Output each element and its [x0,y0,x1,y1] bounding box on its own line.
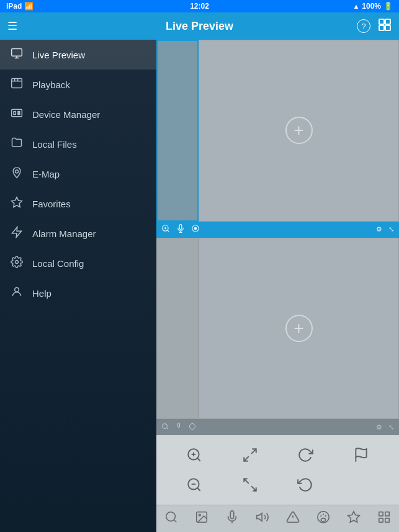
svg-point-52 [325,515,326,516]
sidebar-label-e-map: E-Map [32,169,60,179]
svg-point-26 [163,423,168,428]
bottom-image-icon[interactable] [195,510,208,527]
sidebar: Live Preview Playback [0,40,156,532]
bottom-speaker-icon[interactable] [256,510,269,527]
status-bar: iPad 📶 12:02 ▲ 100% 🔋 [0,0,399,12]
svg-line-37 [197,488,200,491]
svg-point-25 [194,227,197,230]
device-manager-icon [10,107,24,122]
settings-ctrl-bottom-right[interactable]: ⚙ [376,423,382,431]
live-preview-icon [10,47,24,63]
sidebar-label-local-config: Local Config [32,258,84,269]
record-ctrl-bottom[interactable] [189,423,196,432]
bottom-star-icon[interactable] [347,510,361,527]
crop-button[interactable] [238,473,262,497]
rotate-cw-button[interactable] [294,443,317,467]
content-area: + [156,40,399,532]
svg-rect-9 [12,109,22,117]
mic-ctrl-icon[interactable] [176,224,185,235]
camera-layout-button[interactable] [378,18,392,35]
svg-point-41 [166,512,176,521]
sidebar-label-local-files: Local Files [32,139,77,150]
sidebar-item-e-map[interactable]: E-Map [0,159,156,189]
svg-rect-4 [12,48,22,56]
help-button[interactable]: ? [357,19,370,33]
mic-ctrl-bottom[interactable] [175,423,182,432]
rotate-ccw-button[interactable] [294,473,317,497]
sidebar-label-live-preview: Live Preview [32,50,85,60]
settings-ctrl-right[interactable]: ⚙ [376,225,382,233]
alarm-manager-icon [10,226,24,241]
sidebar-item-help[interactable]: Help [0,278,156,308]
add-camera-bottom[interactable]: + [285,315,313,342]
svg-line-30 [197,458,200,461]
camera-controls-top: ⚙ ⤡ [156,222,399,238]
nav-title: Live Preview [166,20,233,33]
bottom-warning-icon[interactable] [286,510,300,527]
battery-icon: 🔋 [383,2,393,11]
sidebar-item-live-preview[interactable]: Live Preview [0,40,156,70]
svg-line-19 [168,230,169,232]
svg-rect-55 [385,512,388,516]
svg-line-34 [244,456,249,461]
expand-ctrl-right[interactable]: ⤡ [388,225,394,233]
svg-marker-14 [12,197,22,207]
svg-marker-46 [257,513,262,521]
sidebar-item-favorites[interactable]: Favorites [0,189,156,219]
zoom-in-button[interactable] [182,443,206,467]
bottom-search-icon[interactable] [164,510,178,527]
svg-rect-12 [18,113,20,114]
toolbar-row-1 [166,440,389,470]
camera-grid: + [156,40,399,435]
svg-point-51 [323,513,324,515]
svg-marker-15 [12,227,22,237]
battery-label: 100% [362,2,381,11]
fit-screen-button[interactable] [238,443,262,467]
bottom-palette-icon[interactable] [316,510,330,527]
wifi-icon: 📶 [24,2,34,11]
e-map-icon [10,166,24,182]
location-icon: ▲ [352,2,359,10]
local-config-icon [10,256,24,271]
zoom-ctrl-bottom[interactable] [161,423,169,432]
bottom-mic-icon[interactable] [225,510,239,527]
zoom-out-button[interactable] [182,473,206,497]
svg-line-40 [251,486,256,491]
svg-line-33 [251,449,256,454]
svg-point-49 [318,512,329,523]
bottom-grid-icon[interactable] [377,510,391,527]
svg-rect-2 [379,25,384,30]
sidebar-label-playback: Playback [32,79,70,90]
menu-button[interactable]: ☰ [7,19,17,33]
bottom-toolbar [156,435,399,505]
flag-button[interactable] [349,443,373,467]
sidebar-item-local-config[interactable]: Local Config [0,248,156,278]
record-ctrl-icon[interactable] [191,224,200,235]
camera-cell-top-right[interactable]: + [199,40,399,222]
camera-cell-top-left[interactable] [156,40,199,222]
sidebar-item-playback[interactable]: Playback [0,70,156,99]
sidebar-item-alarm-manager[interactable]: Alarm Manager [0,219,156,248]
svg-rect-3 [385,25,390,30]
bottom-status-bar [156,505,399,532]
svg-point-28 [190,423,195,429]
favorites-icon [10,196,24,212]
svg-line-39 [244,479,249,484]
camera-cell-bottom-right[interactable]: + [199,238,399,420]
camera-controls-bottom: ⚙ ⤡ [156,419,399,435]
svg-point-17 [15,287,19,292]
camera-cell-bottom-left[interactable] [156,238,199,420]
svg-rect-11 [18,111,20,112]
svg-line-27 [166,428,168,429]
sidebar-item-device-manager[interactable]: Device Manager [0,99,156,129]
add-camera-top[interactable]: + [285,117,313,144]
status-time: 12:02 [190,2,209,11]
sidebar-item-local-files[interactable]: Local Files [0,129,156,159]
empty-button [349,473,373,497]
svg-point-44 [199,514,201,516]
expand-ctrl-bottom-right[interactable]: ⤡ [388,423,394,431]
svg-marker-53 [348,512,359,522]
local-files-icon [10,137,24,152]
sidebar-label-favorites: Favorites [32,199,71,209]
zoom-ctrl-icon[interactable] [161,224,170,235]
